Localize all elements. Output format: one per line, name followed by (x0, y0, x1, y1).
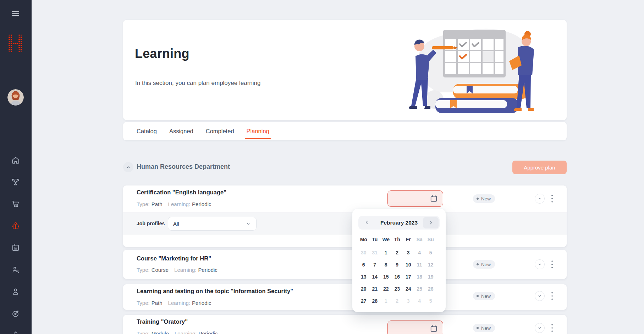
weekday-header: Mo (358, 235, 369, 244)
next-month-button[interactable] (423, 217, 439, 228)
calendar-day[interactable]: 2 (392, 295, 403, 307)
illustration-calendar (443, 30, 506, 77)
section-collapse-button[interactable] (123, 162, 133, 172)
calendar-day[interactable]: 19 (425, 271, 436, 283)
calendar-day[interactable]: 7 (369, 259, 381, 271)
weekday-header: Fr (403, 235, 414, 244)
calendar-day[interactable]: 20 (358, 283, 369, 295)
sidebar-item-home[interactable] (9, 154, 22, 167)
calendar-day[interactable]: 11 (414, 259, 425, 271)
app-window: Learning In this section, you can plan e… (0, 0, 644, 334)
calendar-day[interactable]: 21 (369, 283, 381, 295)
calendar-day[interactable]: 27 (358, 295, 369, 307)
calendar-day[interactable]: 6 (358, 259, 369, 271)
sidebar-item-events[interactable] (9, 241, 22, 254)
home-icon (11, 156, 20, 165)
calendar-day[interactable]: 5 (425, 295, 436, 307)
chevron-down-icon (246, 221, 251, 227)
calendar-day[interactable]: 24 (403, 283, 414, 295)
learning-label: Learning: (168, 300, 191, 306)
reader-icon (11, 221, 20, 231)
due-date-input[interactable] (387, 320, 443, 334)
expand-course-button[interactable] (535, 323, 545, 333)
calendar-day[interactable]: 13 (358, 271, 369, 283)
collapse-course-button[interactable] (535, 194, 545, 204)
calendar-day[interactable]: 16 (392, 271, 403, 283)
calendar-day[interactable]: 1 (380, 295, 392, 307)
page-title: Learning (135, 46, 189, 61)
calendar-day[interactable]: 4 (414, 295, 425, 307)
more-options-button[interactable] (549, 260, 555, 269)
calendar-day[interactable]: 26 (425, 283, 436, 295)
calendar-day[interactable]: 25 (414, 283, 425, 295)
more-options-button[interactable] (549, 194, 555, 203)
type-label: Type: (137, 201, 150, 207)
calendar-day[interactable]: 30 (358, 247, 369, 259)
calendar-day[interactable]: 10 (403, 259, 414, 271)
calendar-day[interactable]: 4 (414, 247, 425, 259)
course-title: Learning and testing on the topic "Infor… (137, 288, 293, 295)
more-options-button[interactable] (549, 323, 555, 333)
more-options-button[interactable] (549, 291, 555, 301)
calendar-day[interactable]: 22 (380, 283, 392, 295)
learning-value: Periodic (198, 330, 218, 334)
hamburger-icon (11, 9, 21, 19)
status-dot (477, 263, 479, 265)
sidebar-item-profile[interactable] (9, 285, 22, 298)
approve-plan-button[interactable]: Approve plan (512, 161, 567, 174)
sidebar-item-achievements[interactable] (9, 176, 22, 188)
calendar-day[interactable]: 3 (403, 295, 414, 307)
sidebar-item-store[interactable] (9, 197, 22, 210)
calendar-day[interactable]: 12 (425, 259, 436, 271)
sidebar-item-learning[interactable] (9, 220, 22, 232)
calendar-day[interactable]: 1 (380, 247, 392, 259)
weekday-header: Th (392, 235, 403, 244)
status-text: New (481, 196, 491, 201)
sidebar (0, 0, 32, 334)
kebab-icon (550, 323, 555, 333)
type-value: Module (152, 330, 169, 334)
calendar-day[interactable]: 2 (392, 247, 403, 259)
sidebar-item-talent-search[interactable] (9, 263, 22, 276)
calendar-day[interactable]: 9 (392, 259, 403, 271)
calendar-day[interactable]: 28 (369, 295, 381, 307)
target-icon (11, 309, 20, 318)
tab-catalog[interactable]: Catalog (136, 122, 158, 140)
course-card: Training "Oratory"Type:ModuleLearning:Pe… (123, 315, 567, 334)
expand-course-button[interactable] (535, 291, 545, 301)
calendar-day[interactable]: 15 (380, 271, 392, 283)
type-label: Type: (137, 330, 150, 334)
type-value: Path (152, 201, 163, 207)
calendar-day[interactable]: 18 (414, 271, 425, 283)
chevron-up-icon (126, 165, 131, 170)
job-profiles-select[interactable]: All (168, 217, 257, 231)
tab-assigned[interactable]: Assigned (169, 122, 194, 140)
menu-toggle-button[interactable] (9, 8, 22, 21)
due-date-input[interactable] (387, 190, 443, 207)
learning-label: Learning: (168, 201, 191, 207)
avatar[interactable] (7, 89, 24, 106)
tab-planning[interactable]: Planning (246, 122, 270, 140)
type-value: Course (152, 267, 169, 273)
calendar-day[interactable]: 31 (369, 247, 381, 259)
sidebar-collapse-button[interactable] (9, 328, 22, 334)
calendar-day[interactable]: 3 (403, 247, 414, 259)
course-meta: Type:CourseLearning:Periodic (137, 267, 218, 273)
calendar-day[interactable]: 5 (425, 247, 436, 259)
calendar-day[interactable]: 8 (380, 259, 392, 271)
calendar-day[interactable]: 23 (392, 283, 403, 295)
chevron-down-icon (537, 262, 543, 267)
type-value: Path (152, 300, 163, 306)
calendar-day[interactable]: 17 (403, 271, 414, 283)
status-dot (477, 295, 479, 297)
app-logo[interactable] (9, 34, 23, 54)
course-title: Course "Marketing for HR" (137, 255, 211, 262)
tab-completed[interactable]: Completed (205, 122, 235, 140)
calendar-day[interactable]: 14 (369, 271, 381, 283)
chevron-up-icon (537, 196, 543, 201)
expand-course-button[interactable] (535, 259, 545, 269)
kebab-icon (550, 260, 555, 269)
status-text: New (481, 293, 491, 299)
datepicker-popup: February 2023 MoTuWeThFrSaSu303112345678… (352, 209, 446, 312)
sidebar-item-goals[interactable] (9, 307, 22, 320)
